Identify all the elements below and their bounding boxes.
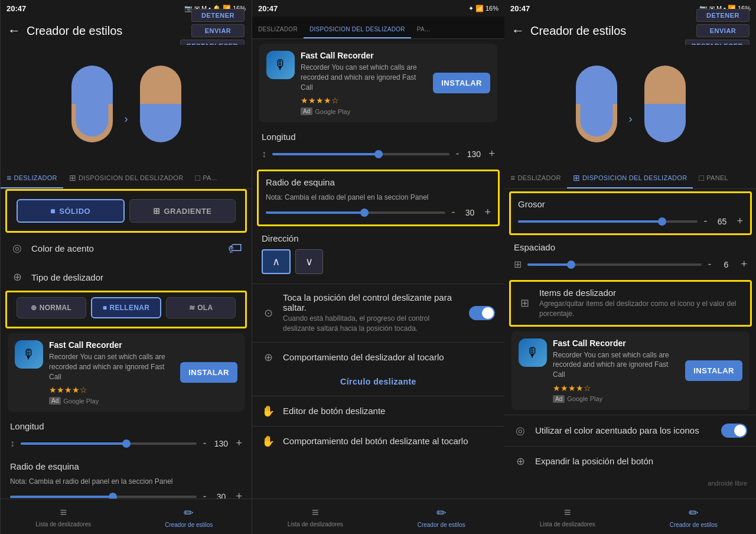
tab-deslizador-mid-top[interactable]: DESLIZADOR [252, 21, 304, 38]
ad-card-mid: 🎙 Fast Call Recorder Recorder You can se… [259, 44, 497, 122]
espaciado-slider-row[interactable]: ⊞ - 6 + [514, 258, 747, 271]
comportamiento-row[interactable]: ⊕ Comportamiento del deslizador al tocar… [252, 345, 504, 370]
grosor-fill [518, 220, 662, 223]
utilizar-color-text: Utilizar el color acentuado para los ico… [535, 425, 713, 435]
radio-slider-row-mid[interactable]: - 30 + [266, 206, 491, 219]
longitud-plus-mid[interactable]: + [488, 148, 495, 160]
longitud-track-left[interactable] [21, 442, 197, 445]
color-acento-row[interactable]: ◎ Color de acento 🏷 [1, 233, 252, 263]
espaciado-thumb[interactable] [567, 261, 575, 269]
radio-minus-mid[interactable]: - [451, 206, 455, 219]
solido-button[interactable]: ■ SÓLIDO [17, 199, 125, 223]
grosor-thumb[interactable] [658, 217, 666, 226]
creator-label-right: Creador de estilos [670, 522, 718, 528]
divider-mid-1 [252, 284, 504, 284]
status-bar-mid: 20:47 ✦ 📶 16% [252, 0, 504, 17]
nav-arrow-left[interactable]: › [125, 113, 128, 125]
dir-down-button[interactable]: ∨ [295, 249, 323, 274]
expandir-pos-row[interactable]: ⊕ Expandir la posición del botón [504, 449, 756, 474]
espaciado-minus[interactable]: - [708, 258, 711, 271]
tab-deslizador-left[interactable]: ≡ DESLIZADOR [1, 168, 63, 188]
dir-up-button[interactable]: ∧ [262, 249, 291, 274]
normal-button[interactable]: ⊕ NORMAL [17, 297, 86, 318]
longitud-thumb-mid[interactable] [374, 150, 383, 158]
bottom-nav-list-right[interactable]: ≡ Lista de deslizadores [504, 502, 631, 531]
tab-disposicion-mid-top[interactable]: DISPOSICION DEL DESLIZADOR [304, 21, 411, 38]
bottom-nav-list-mid[interactable]: ≡ Lista de deslizadores [252, 502, 379, 531]
gradiente-button[interactable]: ⊞ GRADIENTE [129, 199, 236, 223]
left-panel: 20:47 📷 ✉ M • 🔔 📶 16% ← Creador de estil… [0, 0, 252, 534]
longitud-thumb-left[interactable] [122, 439, 131, 448]
radio-yellow-section-mid: Radio de esquina Nota: Cambia el radio d… [257, 170, 500, 226]
espaciado-value: 6 [717, 260, 735, 269]
longitud-minus-mid[interactable]: - [455, 148, 459, 160]
circulo-link-button[interactable]: Círculo deslizante [252, 370, 504, 393]
bottom-nav-list-left[interactable]: ≡ Lista de deslizadores [1, 502, 126, 531]
bottom-nav-creator-right[interactable]: ✏ Creador de estilos [631, 502, 757, 532]
radio-track-mid[interactable] [266, 211, 445, 214]
list-label-left: Lista de deslizadores [35, 521, 91, 528]
radio-plus-left[interactable]: + [236, 490, 242, 499]
espaciado-plus[interactable]: + [741, 258, 747, 271]
items-row[interactable]: ⊞ Items de deslizador Agregar/quitar ite… [518, 288, 743, 319]
ad-desc-mid: Recorder You can set which calls are rec… [301, 63, 427, 92]
tab-disposicion-left[interactable]: ⊞ DISPOSICION DEL DESLIZADOR [63, 168, 190, 188]
grosor-minus[interactable]: - [703, 215, 707, 227]
toca-pos-toggle[interactable] [469, 306, 495, 320]
list-label-right: Lista de deslizadores [540, 521, 595, 528]
tab-icon-deslizador-right: ≡ [510, 173, 515, 183]
divider-right-2 [504, 446, 756, 447]
utilizar-color-toggle[interactable] [721, 424, 747, 438]
ola-button[interactable]: ≋ OLA [166, 297, 236, 318]
radio-slider-row-left[interactable]: - 30 + [10, 490, 242, 499]
nav-arrow-right[interactable]: › [629, 113, 633, 125]
install-button-mid[interactable]: INSTALAR [433, 73, 490, 93]
radio-fill-left [10, 496, 113, 498]
back-button-right[interactable]: ← [511, 23, 524, 38]
enviar-button-left[interactable]: ENVIAR [191, 24, 245, 37]
tab-deslizador-right[interactable]: ≡ DESLIZADOR [504, 168, 567, 188]
rellenar-button[interactable]: ■ RELLENAR [91, 297, 162, 318]
grosor-track[interactable] [518, 220, 698, 223]
grosor-slider-row[interactable]: - 65 + [518, 215, 743, 227]
ad-source-right: Google Play [567, 395, 602, 402]
tab-icon-deslizador-left: ≡ [6, 173, 11, 183]
detener-button-right[interactable]: DETENER [696, 9, 750, 22]
longitud-minus-left[interactable]: - [203, 437, 206, 450]
espaciado-track[interactable] [527, 263, 702, 266]
enviar-button-right[interactable]: ENVIAR [696, 24, 750, 37]
editor-boton-row[interactable]: ✋ Editor de botón deslizante [252, 399, 504, 424]
espaciado-label: Espaciado [514, 242, 747, 252]
items-title: Items de deslizador [539, 288, 743, 298]
radio-thumb-mid[interactable] [360, 209, 369, 217]
back-button-left[interactable]: ← [8, 23, 21, 38]
detener-button-left[interactable]: DETENER [191, 9, 245, 22]
editor-boton-text: Editor de botón deslizante [283, 406, 495, 416]
pill-shape-right-right [644, 66, 686, 142]
slider-type-buttons: ⊕ NORMAL ■ RELLENAR ≋ OLA [7, 292, 245, 327]
longitud-plus-left[interactable]: + [236, 437, 242, 450]
comportamiento-boton-row[interactable]: ✋ Comportamiento del botón deslizante al… [252, 429, 504, 454]
tipo-icon: ⊕ [10, 271, 24, 284]
grosor-plus[interactable]: + [737, 215, 743, 227]
tab-disposicion-right[interactable]: ⊞ DISPOSICION DEL DESLIZADOR [567, 168, 693, 188]
radio-minus-left[interactable]: - [203, 490, 206, 499]
ad-icon-left: 🎙 [15, 340, 43, 369]
tab-panel-right[interactable]: □ PANEL [693, 168, 734, 188]
longitud-track-mid[interactable] [272, 153, 449, 155]
tab-pa-left[interactable]: □ PA... [189, 168, 223, 188]
radio-track-left[interactable] [10, 496, 197, 498]
grosor-label: Grosor [518, 199, 743, 209]
install-button-left[interactable]: INSTALAR [180, 362, 237, 383]
radio-thumb-left[interactable] [109, 493, 117, 499]
bottom-nav-creator-left[interactable]: ✏ Creador de estilos [126, 502, 252, 532]
bottom-nav-creator-mid[interactable]: ✏ Creador de estilos [379, 502, 505, 532]
tab-pa-mid-top[interactable]: PA... [411, 21, 436, 38]
longitud-slider-row-left[interactable]: ↕ - 130 + [10, 437, 242, 450]
list-label-mid: Lista de deslizadores [288, 521, 343, 528]
radio-plus-mid[interactable]: + [484, 206, 491, 219]
longitud-slider-row-mid[interactable]: ↕ - 130 + [262, 148, 495, 160]
install-button-right[interactable]: INSTALAR [685, 360, 742, 381]
utilizar-toggle-circle [734, 425, 746, 437]
style-type-yellow-box: ■ SÓLIDO ⊞ GRADIENTE [5, 189, 247, 233]
